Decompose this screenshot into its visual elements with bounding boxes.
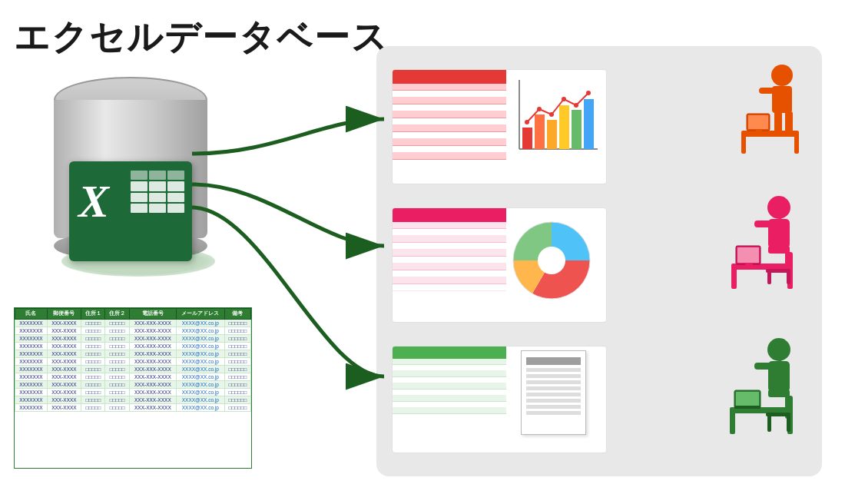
col-header-name: 氏名 [15, 309, 48, 320]
svg-rect-3 [535, 114, 545, 149]
person-green [724, 334, 808, 449]
col-header-tel: 電話番号 [129, 309, 176, 320]
table-row: XXXXXXXXXX-XXXX□□□□□□□□□□XXX-XXX-XXXXXXX… [15, 381, 251, 389]
table-row: XXXXXXXXXX-XXXX□□□□□□□□□□XXX-XXX-XXXXXXX… [15, 358, 251, 366]
table-row: XXXXXXXXXX-XXXX□□□□□□□□□□XXX-XXX-XXXXXXX… [15, 366, 251, 373]
pie-chart-svg [505, 214, 598, 307]
col-header-email: メールアドレス [177, 309, 225, 320]
table-row: XXXXXXXXXX-XXXX□□□□□□□□□□XXX-XXX-XXXXXXX… [15, 335, 251, 343]
chart-card-pie [392, 207, 607, 323]
svg-point-41 [767, 338, 790, 361]
svg-rect-37 [745, 263, 753, 265]
col-header-note: 備考 [224, 309, 250, 320]
svg-rect-28 [768, 219, 790, 248]
svg-point-12 [574, 103, 578, 108]
database-cylinder: X [46, 77, 215, 277]
spreadsheet-table: 氏名 郵便番号 住所１ 住所２ 電話番号 メールアドレス 備考 XXXXXXXX… [14, 307, 252, 469]
svg-rect-25 [748, 115, 768, 129]
table-row: XXXXXXXXXX-XXXX□□□□□□□□□□XXX-XXX-XXXXXXX… [15, 396, 251, 404]
page-title: エクセルデータベース [14, 14, 389, 61]
svg-rect-29 [754, 220, 771, 227]
excel-x-letter: X [78, 175, 109, 228]
svg-rect-2 [522, 128, 532, 149]
svg-rect-23 [794, 134, 799, 154]
col-header-addr2: 住所２ [105, 309, 129, 320]
svg-rect-22 [741, 134, 746, 154]
svg-rect-33 [731, 267, 737, 289]
chart-card-doc [392, 346, 607, 453]
svg-rect-42 [768, 361, 790, 392]
svg-rect-43 [754, 363, 771, 370]
svg-point-8 [525, 120, 529, 124]
svg-point-13 [586, 91, 591, 95]
svg-rect-50 [736, 392, 759, 406]
svg-rect-53 [767, 415, 771, 432]
bar-chart-svg [505, 76, 601, 172]
svg-point-27 [767, 196, 790, 219]
svg-rect-20 [785, 111, 793, 133]
table-row: XXXXXXXXXX-XXXX□□□□□□□□□□XXX-XXX-XXXXXXX… [15, 404, 251, 412]
svg-point-11 [562, 97, 566, 101]
svg-rect-6 [572, 110, 582, 149]
right-panel [376, 46, 822, 476]
table-row: XXXXXXXXXX-XXXX□□□□□□□□□□XXX-XXX-XXXXXXX… [15, 350, 251, 358]
table-row: XXXXXXXXXX-XXXX□□□□□□□□□□XXX-XXX-XXXXXXX… [15, 327, 251, 335]
svg-rect-47 [730, 411, 735, 434]
svg-rect-18 [759, 88, 774, 94]
excel-icon: X [69, 161, 192, 261]
svg-point-10 [549, 112, 554, 117]
svg-point-9 [537, 107, 542, 111]
person-pink [724, 192, 808, 303]
excel-grid [131, 171, 184, 213]
table-row: XXXXXXXXXX-XXXX□□□□□□□□□□XXX-XXX-XXXXXXX… [15, 320, 251, 327]
svg-point-14 [538, 247, 565, 274]
col-header-zip: 郵便番号 [47, 309, 81, 320]
svg-rect-51 [734, 406, 760, 409]
svg-rect-5 [559, 105, 569, 149]
svg-rect-26 [756, 129, 762, 132]
chart-card-bar [392, 69, 607, 184]
svg-rect-4 [547, 120, 557, 149]
svg-rect-54 [787, 415, 790, 432]
svg-rect-39 [767, 270, 771, 284]
col-header-addr1: 住所１ [81, 309, 105, 320]
svg-rect-40 [787, 270, 790, 284]
svg-rect-7 [584, 99, 594, 149]
person-orange [730, 61, 807, 164]
svg-point-16 [771, 65, 793, 86]
table-row: XXXXXXXXXX-XXXX□□□□□□□□□□XXX-XXX-XXXXXXX… [15, 373, 251, 381]
svg-rect-17 [772, 86, 792, 113]
svg-rect-36 [737, 247, 759, 263]
svg-rect-19 [774, 111, 782, 133]
table-row: XXXXXXXXXX-XXXX□□□□□□□□□□XXX-XXX-XXXXXXX… [15, 389, 251, 396]
table-row: XXXXXXXXXX-XXXX□□□□□□□□□□XXX-XXX-XXXXXXX… [15, 343, 251, 350]
svg-rect-21 [741, 131, 799, 137]
